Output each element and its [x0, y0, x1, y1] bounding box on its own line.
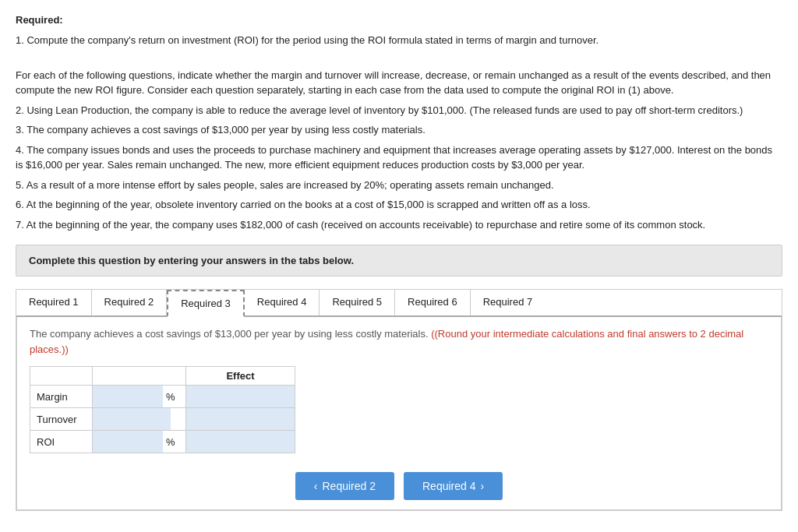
tab-required6[interactable]: Required 6: [395, 290, 471, 315]
roi-label: ROI: [30, 431, 93, 453]
complete-box-text: Complete this question by entering your …: [29, 255, 354, 266]
problem-line7: 6. At the beginning of the year, obsolet…: [16, 197, 782, 213]
tab-required1[interactable]: Required 1: [16, 290, 92, 315]
problem-text: Required: 1. Compute the company's retur…: [16, 12, 782, 232]
next-arrow: ›: [481, 480, 485, 492]
roi-effect-cell: Increase Decrease Unchanged: [186, 431, 295, 453]
table-row-margin: Margin % Increase Decrease Unchanged: [30, 386, 295, 408]
problem-line2: For each of the following questions, ind…: [16, 68, 782, 98]
turnover-value-input[interactable]: [93, 408, 171, 430]
problem-line3: 2. Using Lean Production, the company is…: [16, 103, 782, 118]
tab-content: The company achieves a cost savings of $…: [16, 317, 782, 510]
tabs-row: Required 1 Required 2 Required 3 Require…: [16, 290, 782, 317]
problem-line5: 4. The company issues bonds and uses the…: [16, 143, 782, 173]
next-label: Required 4: [422, 480, 476, 492]
margin-label: Margin: [30, 386, 93, 408]
nav-buttons: ‹ Required 2 Required 4 ›: [30, 472, 768, 500]
margin-pct: %: [163, 388, 178, 406]
roi-value-cell: %: [93, 431, 186, 453]
effect-table: Effect Margin % Increase: [30, 366, 295, 453]
tab-required5[interactable]: Required 5: [320, 290, 395, 315]
problem-line4: 3. The company achieves a cost savings o…: [16, 122, 782, 138]
col-header-value: [93, 367, 186, 386]
table-row-roi: ROI % Increase Decrease Unchanged: [30, 431, 295, 453]
complete-box: Complete this question by entering your …: [16, 245, 782, 277]
problem-line1: 1. Compute the company's return on inves…: [16, 33, 782, 48]
turnover-effect-select[interactable]: Increase Decrease Unchanged: [186, 408, 295, 430]
next-button[interactable]: Required 4 ›: [404, 472, 503, 500]
problem-line8: 7. At the beginning of the year, the com…: [16, 217, 782, 233]
tab-required4[interactable]: Required 4: [245, 290, 320, 315]
required-label: Required:: [16, 14, 63, 26]
prev-arrow: ‹: [314, 480, 318, 492]
margin-effect-cell: Increase Decrease Unchanged: [186, 386, 295, 408]
table-row-turnover: Turnover Increase Decrease Unchanged: [30, 408, 295, 431]
col-header-empty: [30, 367, 93, 386]
tab-required2[interactable]: Required 2: [92, 290, 168, 315]
turnover-value-cell: [93, 408, 186, 431]
roi-value-input[interactable]: [93, 431, 163, 453]
margin-effect-select[interactable]: Increase Decrease Unchanged: [186, 386, 295, 407]
prev-label: Required 2: [323, 480, 376, 492]
roi-pct: %: [163, 433, 178, 451]
tab-required7[interactable]: Required 7: [471, 290, 546, 315]
instruction-text: The company achieves a cost savings of $…: [30, 326, 768, 357]
turnover-effect-cell: Increase Decrease Unchanged: [186, 408, 295, 431]
margin-value-input[interactable]: [93, 386, 163, 407]
tab-required3[interactable]: Required 3: [167, 290, 245, 317]
problem-line6: 5. As a result of a more intense effort …: [16, 178, 782, 193]
col-header-effect: Effect: [186, 367, 295, 386]
prev-button[interactable]: ‹ Required 2: [295, 472, 394, 500]
turnover-label: Turnover: [30, 408, 93, 431]
roi-effect-select[interactable]: Increase Decrease Unchanged: [186, 431, 295, 453]
margin-value-cell: %: [93, 386, 186, 408]
tabs-container: Required 1 Required 2 Required 3 Require…: [16, 289, 782, 511]
